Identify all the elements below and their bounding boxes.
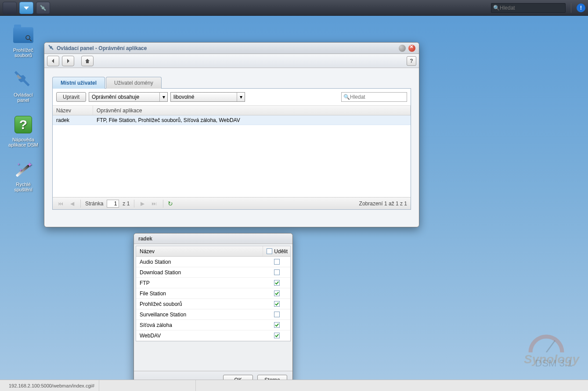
folder-icon bbox=[13, 27, 33, 43]
list-item[interactable]: Síťová záloha bbox=[136, 320, 290, 330]
taskbar-show-desktop[interactable] bbox=[19, 2, 33, 14]
col-name[interactable]: Název bbox=[136, 246, 263, 256]
grant-checkbox[interactable] bbox=[274, 312, 280, 317]
permissions-dialog: radek Název Udělit Audio StationDownload… bbox=[133, 233, 293, 389]
col-perms[interactable]: Oprávnění aplikace bbox=[93, 106, 411, 115]
control-panel-window: Ovládací panel - Oprávnění aplikace ? Mí… bbox=[44, 42, 419, 227]
search-icon: 🔍 bbox=[343, 94, 350, 100]
desktop-icon-help[interactable]: ? Nápověda aplikace DSM bbox=[8, 114, 39, 147]
taskbar: 🔍 ! bbox=[0, 0, 588, 16]
app-name: Surveillance Station bbox=[136, 309, 263, 319]
grid-header: Název Oprávnění aplikace bbox=[53, 106, 411, 115]
taskbar-menu-button[interactable] bbox=[3, 2, 17, 14]
desktop-icon-control-panel[interactable]: Ovládací panel bbox=[8, 69, 39, 103]
chevron-down-icon: ▾ bbox=[159, 93, 167, 101]
version-watermark: DSM 3.1 bbox=[535, 358, 573, 369]
list-item[interactable]: Prohlížeč souborů bbox=[136, 299, 290, 309]
next-page-button[interactable]: ▶ bbox=[139, 201, 146, 207]
desktop-icon-file-browser[interactable]: Prohlížeč souborů bbox=[8, 25, 39, 58]
help-button[interactable]: ? bbox=[407, 56, 416, 66]
last-page-button[interactable]: ⏭ bbox=[150, 201, 159, 207]
grant-cell bbox=[263, 257, 290, 267]
forward-button[interactable] bbox=[62, 56, 74, 66]
taskbar-search[interactable]: 🔍 bbox=[491, 3, 566, 13]
grant-checkbox[interactable] bbox=[274, 301, 280, 307]
desktop-icon-label: Nápověda aplikace DSM bbox=[8, 137, 39, 147]
grant-checkbox[interactable] bbox=[274, 269, 280, 275]
desktop: Prohlížeč souborů Ovládací panel ? Nápov… bbox=[0, 16, 588, 380]
grant-cell bbox=[263, 320, 290, 330]
desktop-icon-label: Ovládací panel bbox=[8, 92, 39, 103]
list-item[interactable]: File Station bbox=[136, 288, 290, 299]
grant-checkbox[interactable] bbox=[274, 291, 280, 296]
app-name: File Station bbox=[136, 288, 263, 298]
grant-checkbox[interactable] bbox=[274, 259, 280, 265]
grant-all-checkbox[interactable] bbox=[267, 248, 272, 254]
wand-icon: ✦ ✦ ✦ bbox=[14, 160, 33, 179]
desktop-icon-label: Rychlé spuštění bbox=[8, 182, 39, 192]
svg-line-2 bbox=[29, 39, 32, 41]
grant-checkbox[interactable] bbox=[274, 322, 280, 328]
taskbar-tools-button[interactable] bbox=[36, 2, 50, 14]
cell-name: radek bbox=[53, 115, 93, 125]
page-of: z 1 bbox=[123, 201, 130, 207]
first-page-button[interactable]: ⏮ bbox=[56, 201, 65, 207]
desktop-icon-quickstart[interactable]: ✦ ✦ ✦ Rychlé spuštění bbox=[8, 159, 39, 192]
app-name: Síťová záloha bbox=[136, 320, 263, 330]
tab-local-user[interactable]: Místní uživatel bbox=[52, 77, 105, 89]
svg-marker-4 bbox=[67, 59, 69, 63]
table-row[interactable]: radek FTP, File Station, Prohlížeč soubo… bbox=[53, 115, 411, 125]
app-name: Audio Station bbox=[136, 257, 263, 267]
desktop-icon-label: Prohlížeč souborů bbox=[8, 47, 39, 58]
prev-page-button[interactable]: ◀ bbox=[69, 201, 76, 207]
grant-checkbox[interactable] bbox=[274, 280, 280, 286]
cell-perms: FTP, File Station, Prohlížeč souborů, Sí… bbox=[93, 115, 411, 125]
filter-search[interactable]: 🔍 bbox=[341, 92, 407, 102]
list-item[interactable]: WebDAV bbox=[136, 330, 290, 341]
page-number-input[interactable] bbox=[107, 200, 119, 208]
list-item[interactable]: Download Station bbox=[136, 267, 290, 278]
app-name: Download Station bbox=[136, 267, 263, 277]
panel: Upravit Oprávnění obsahuje ▾ libovolné ▾… bbox=[52, 88, 411, 210]
app-name: WebDAV bbox=[136, 330, 263, 341]
taskbar-search-input[interactable] bbox=[500, 5, 563, 11]
statusbar-segment bbox=[99, 380, 196, 391]
dialog-grid-header: Název Udělit bbox=[136, 246, 290, 257]
minimize-button[interactable] bbox=[399, 45, 406, 52]
col-grant[interactable]: Udělit bbox=[263, 246, 290, 256]
tools-icon bbox=[13, 69, 34, 90]
close-button[interactable] bbox=[408, 45, 415, 52]
tab-domain-user[interactable]: Uživatel domény bbox=[106, 77, 162, 89]
dialog-title[interactable]: radek bbox=[134, 233, 292, 244]
back-button[interactable] bbox=[47, 56, 59, 66]
list-item[interactable]: Surveillance Station bbox=[136, 309, 290, 320]
select-value: libovolné bbox=[173, 94, 194, 100]
list-item[interactable]: Audio Station bbox=[136, 257, 290, 267]
gauge-icon bbox=[527, 333, 566, 352]
filter-permissions-select[interactable]: Oprávnění obsahuje ▾ bbox=[89, 92, 168, 102]
titlebar[interactable]: Ovládací panel - Oprávnění aplikace bbox=[44, 43, 419, 54]
window-title: Ovládací panel - Oprávnění aplikace bbox=[57, 45, 147, 51]
search-icon: 🔍 bbox=[493, 5, 500, 11]
grant-cell bbox=[263, 330, 290, 341]
col-name[interactable]: Název bbox=[53, 106, 93, 115]
help-icon: ? bbox=[14, 116, 32, 133]
pager: ⏮ ◀ Stránka z 1 ▶ ⏭ ↻ Zobrazení 1 až 1 z… bbox=[53, 197, 411, 209]
tools-icon bbox=[48, 44, 54, 52]
svg-marker-5 bbox=[85, 59, 90, 63]
col-grant-label: Udělit bbox=[274, 248, 288, 255]
svg-point-1 bbox=[26, 36, 30, 39]
info-icon[interactable]: ! bbox=[577, 4, 585, 12]
grant-cell bbox=[263, 309, 290, 319]
list-item[interactable]: FTP bbox=[136, 278, 290, 288]
home-button[interactable] bbox=[81, 56, 94, 66]
edit-button[interactable]: Upravit bbox=[56, 92, 86, 102]
app-name: FTP bbox=[136, 278, 263, 288]
toolbar: ? bbox=[44, 54, 419, 68]
refresh-button[interactable]: ↻ bbox=[168, 200, 173, 207]
filter-value-select[interactable]: libovolné ▾ bbox=[170, 92, 245, 102]
grant-checkbox[interactable] bbox=[274, 333, 280, 338]
svg-marker-0 bbox=[24, 7, 29, 10]
svg-marker-3 bbox=[52, 59, 54, 63]
filter-search-input[interactable] bbox=[350, 94, 405, 100]
